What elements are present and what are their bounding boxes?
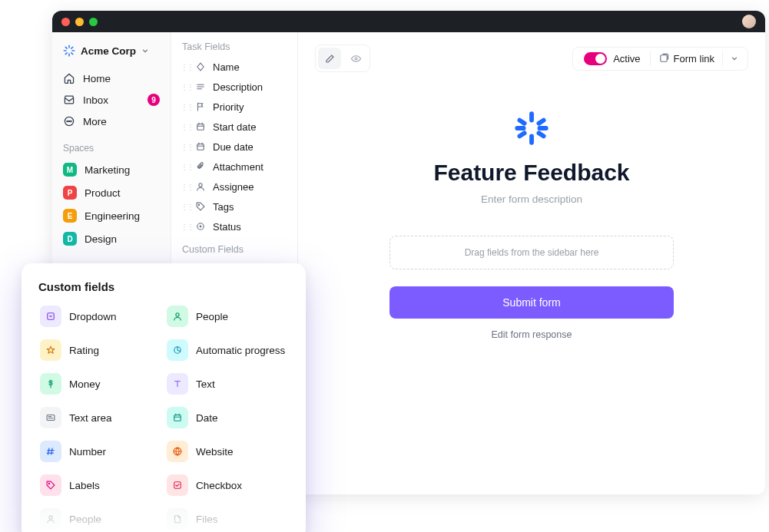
task-field-item[interactable]: ⋮⋮Priority	[177, 97, 291, 117]
custom-field-type-labels[interactable]: Labels	[38, 473, 162, 497]
space-engineering[interactable]: E Engineering	[58, 204, 164, 227]
popover-title: Custom fields	[38, 280, 289, 293]
task-field-item[interactable]: ⋮⋮Name	[177, 57, 291, 77]
more-icon	[63, 115, 75, 127]
form-description[interactable]: Enter form description	[481, 193, 582, 205]
submit-button[interactable]: Submit form	[389, 286, 674, 319]
drop-zone[interactable]: Drag fields from the sidebar here	[389, 236, 674, 269]
task-field-item[interactable]: ⋮⋮Assignee	[177, 177, 291, 197]
paperclip-icon	[194, 160, 207, 173]
window-zoom-icon[interactable]	[89, 18, 98, 26]
custom-field-type-people[interactable]: People	[38, 507, 162, 531]
custom-field-type-website[interactable]: Website	[165, 439, 289, 464]
space-badge: E	[63, 209, 77, 223]
active-toggle-label: Active	[613, 53, 640, 64]
link-icon	[658, 53, 669, 64]
svg-point-14	[176, 313, 179, 316]
nav-more[interactable]: More	[58, 111, 164, 132]
drag-handle-icon: ⋮⋮	[181, 223, 188, 231]
dropdown-icon	[40, 306, 61, 327]
svg-point-2	[68, 121, 69, 121]
form-link-dropdown[interactable]	[726, 53, 743, 64]
person-icon	[40, 508, 61, 530]
home-icon	[63, 72, 75, 84]
window-minimize-icon[interactable]	[75, 18, 84, 26]
task-field-item[interactable]: ⋮⋮Due date	[177, 137, 291, 157]
svg-point-3	[71, 121, 71, 121]
lines-icon	[194, 81, 207, 93]
space-badge: P	[63, 186, 77, 200]
custom-field-type-people[interactable]: People	[165, 304, 289, 329]
space-marketing[interactable]: M Marketing	[58, 158, 164, 181]
svg-rect-15	[47, 415, 55, 421]
custom-field-type-date[interactable]: Date	[165, 405, 289, 430]
svg-point-18	[48, 483, 49, 484]
task-field-item[interactable]: ⋮⋮Start date	[177, 117, 291, 137]
custom-field-type-automatic-progress[interactable]: Automatic progress	[165, 338, 289, 362]
svg-point-6	[199, 183, 202, 187]
calendar-icon	[194, 140, 207, 153]
task-field-item[interactable]: ⋮⋮Status	[177, 216, 291, 236]
drag-handle-icon: ⋮⋮	[181, 163, 188, 171]
custom-fields-label: Custom Fields	[177, 243, 291, 259]
space-design[interactable]: D Design	[58, 227, 164, 250]
drag-handle-icon: ⋮⋮	[181, 143, 188, 151]
active-toggle[interactable]	[584, 52, 607, 65]
form-title[interactable]: Feature Feedback	[433, 160, 629, 186]
custom-field-type-files[interactable]: Files	[165, 507, 289, 531]
svg-rect-5	[197, 144, 204, 150]
svg-rect-4	[197, 124, 204, 131]
drag-handle-icon: ⋮⋮	[181, 123, 188, 131]
custom-field-type-money[interactable]: Money	[38, 372, 162, 396]
inbox-badge: 9	[148, 94, 160, 106]
custom-field-type-text[interactable]: Text	[165, 372, 289, 396]
progress-icon	[167, 339, 188, 361]
form-link-button[interactable]: Form link	[654, 51, 719, 66]
logo-icon	[63, 45, 75, 57]
svg-point-1	[67, 121, 68, 121]
textarea-icon	[40, 407, 61, 428]
space-badge: D	[63, 232, 77, 246]
edit-mode-button[interactable]	[318, 48, 341, 69]
avatar[interactable]	[742, 15, 756, 28]
custom-field-type-dropdown[interactable]: Dropdown	[38, 304, 162, 329]
calendar-icon	[194, 121, 207, 133]
edit-response-link[interactable]: Edit form response	[492, 329, 572, 340]
calendar-icon	[167, 407, 188, 428]
diamond-icon	[194, 61, 207, 73]
task-field-item[interactable]: ⋮⋮Tags	[177, 197, 291, 216]
custom-field-type-checkbox[interactable]: Checkbox	[165, 473, 289, 497]
dollar-icon	[40, 373, 61, 395]
nav-inbox[interactable]: Inbox 9	[58, 89, 164, 111]
circle-dot-icon	[194, 220, 207, 233]
drag-handle-icon: ⋮⋮	[181, 83, 188, 91]
form-logo-icon	[512, 109, 551, 147]
svg-point-11	[355, 58, 357, 60]
tag-icon	[194, 200, 207, 213]
toolbar: Active Form link	[315, 45, 748, 72]
window-close-icon[interactable]	[61, 18, 70, 26]
drag-handle-icon: ⋮⋮	[181, 183, 188, 191]
chevron-down-icon	[141, 47, 149, 55]
custom-field-type-text-area[interactable]: Text area	[38, 405, 162, 430]
workspace-switcher[interactable]: Acme Corp	[58, 40, 164, 68]
preview-mode-button[interactable]	[344, 48, 367, 69]
custom-field-type-rating[interactable]: Rating	[38, 338, 162, 362]
nav-home[interactable]: Home	[58, 68, 164, 89]
tag-icon	[40, 474, 61, 496]
space-product[interactable]: P Product	[58, 181, 164, 204]
custom-fields-popover: Custom fields DropdownPeopleRatingAutoma…	[22, 263, 306, 532]
drag-handle-icon: ⋮⋮	[181, 63, 188, 71]
task-fields-label: Task Fields	[177, 40, 291, 57]
svg-rect-12	[660, 55, 666, 61]
checkbox-icon	[167, 474, 188, 496]
spaces-label: Spaces	[58, 132, 164, 158]
task-field-item[interactable]: ⋮⋮Attachment	[177, 157, 291, 177]
drag-handle-icon: ⋮⋮	[181, 203, 188, 211]
text-icon	[167, 373, 188, 395]
custom-field-type-number[interactable]: Number	[38, 439, 162, 464]
globe-icon	[167, 441, 188, 462]
svg-point-20	[49, 516, 52, 519]
titlebar	[52, 11, 765, 32]
task-field-item[interactable]: ⋮⋮Description	[177, 77, 291, 97]
